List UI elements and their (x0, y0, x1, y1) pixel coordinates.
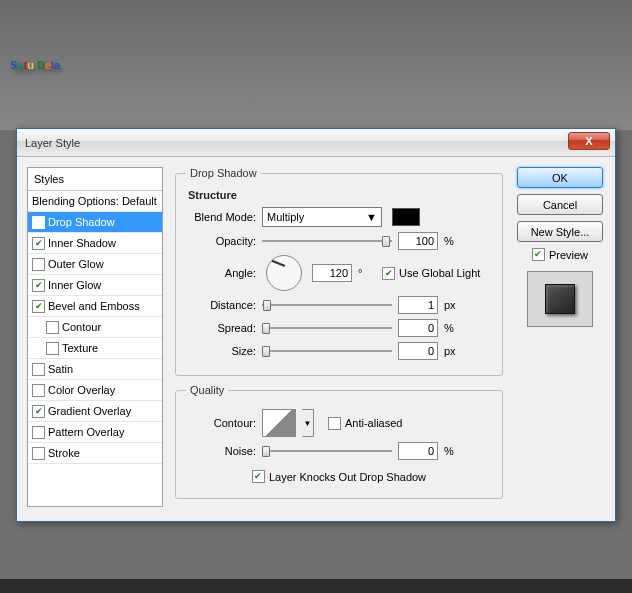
background-3d-text: Satu Dela (0, 0, 632, 130)
quality-heading: Quality (186, 384, 228, 396)
new-style-button[interactable]: New Style... (517, 221, 603, 242)
checkbox-icon[interactable] (32, 363, 45, 376)
anti-aliased-checkbox[interactable]: Anti-aliased (328, 417, 402, 430)
style-label: Bevel and Emboss (48, 300, 140, 312)
shadow-color-swatch[interactable] (392, 208, 420, 226)
style-label: Texture (62, 342, 98, 354)
style-row-bevel-and-emboss[interactable]: Bevel and Emboss (28, 296, 162, 317)
style-row-texture[interactable]: Texture (28, 338, 162, 359)
size-label: Size: (186, 345, 256, 357)
opacity-slider[interactable] (262, 232, 392, 250)
style-row-stroke[interactable]: Stroke (28, 443, 162, 464)
use-global-light-checkbox[interactable]: Use Global Light (382, 267, 480, 280)
checkbox-icon[interactable] (32, 405, 45, 418)
drop-shadow-group: Drop Shadow Structure Blend Mode: Multip… (175, 167, 503, 376)
noise-label: Noise: (186, 445, 256, 457)
contour-dropdown[interactable]: ▼ (302, 409, 314, 437)
styles-header[interactable]: Styles (28, 168, 162, 191)
chevron-down-icon: ▼ (366, 211, 377, 223)
blending-options-row[interactable]: Blending Options: Default (28, 191, 162, 212)
titlebar[interactable]: Layer Style X (17, 129, 615, 157)
ok-button[interactable]: OK (517, 167, 603, 188)
checkbox-icon[interactable] (32, 258, 45, 271)
checkbox-icon (252, 470, 265, 483)
checkbox-icon[interactable] (32, 237, 45, 250)
panel-title: Drop Shadow (186, 167, 261, 179)
style-row-contour[interactable]: Contour (28, 317, 162, 338)
angle-dial[interactable] (266, 255, 302, 291)
style-label: Drop Shadow (48, 216, 115, 228)
checkbox-icon (532, 248, 545, 261)
style-row-satin[interactable]: Satin (28, 359, 162, 380)
preview-swatch (527, 271, 593, 327)
structure-heading: Structure (188, 189, 492, 201)
checkbox-icon[interactable] (46, 342, 59, 355)
checkbox-icon[interactable] (32, 426, 45, 439)
close-button[interactable]: X (568, 132, 610, 150)
cancel-button[interactable]: Cancel (517, 194, 603, 215)
contour-swatch[interactable] (262, 409, 296, 437)
style-row-inner-glow[interactable]: Inner Glow (28, 275, 162, 296)
quality-group: Quality Contour: ▼ Anti-aliased Noise: %… (175, 384, 503, 499)
opacity-label: Opacity: (186, 235, 256, 247)
style-label: Pattern Overlay (48, 426, 124, 438)
checkbox-icon[interactable] (32, 216, 45, 229)
checkbox-icon[interactable] (32, 279, 45, 292)
blend-mode-dropdown[interactable]: Multiply ▼ (262, 207, 382, 227)
close-icon: X (585, 135, 592, 147)
style-label: Color Overlay (48, 384, 115, 396)
checkbox-icon[interactable] (32, 447, 45, 460)
checkbox-icon[interactable] (46, 321, 59, 334)
layer-knocks-out-checkbox[interactable]: Layer Knocks Out Drop Shadow (252, 470, 426, 483)
style-label: Stroke (48, 447, 80, 459)
style-label: Inner Glow (48, 279, 101, 291)
distance-label: Distance: (186, 299, 256, 311)
preview-checkbox[interactable]: Preview (532, 248, 588, 261)
spread-input[interactable] (398, 319, 438, 337)
style-row-drop-shadow[interactable]: Drop Shadow (28, 212, 162, 233)
layer-style-dialog: Layer Style X Styles Blending Options: D… (16, 128, 616, 522)
style-row-pattern-overlay[interactable]: Pattern Overlay (28, 422, 162, 443)
opacity-input[interactable] (398, 232, 438, 250)
style-row-inner-shadow[interactable]: Inner Shadow (28, 233, 162, 254)
contour-label: Contour: (186, 417, 256, 429)
checkbox-icon (382, 267, 395, 280)
style-row-gradient-overlay[interactable]: Gradient Overlay (28, 401, 162, 422)
style-label: Outer Glow (48, 258, 104, 270)
size-slider[interactable] (262, 342, 392, 360)
style-row-color-overlay[interactable]: Color Overlay (28, 380, 162, 401)
style-label: Gradient Overlay (48, 405, 131, 417)
style-label: Inner Shadow (48, 237, 116, 249)
checkbox-icon (328, 417, 341, 430)
style-label: Satin (48, 363, 73, 375)
spread-slider[interactable] (262, 319, 392, 337)
distance-input[interactable] (398, 296, 438, 314)
spread-label: Spread: (186, 322, 256, 334)
distance-slider[interactable] (262, 296, 392, 314)
chevron-down-icon: ▼ (304, 419, 312, 428)
size-input[interactable] (398, 342, 438, 360)
settings-panel: Drop Shadow Structure Blend Mode: Multip… (171, 167, 507, 507)
checkbox-icon[interactable] (32, 384, 45, 397)
checkbox-icon[interactable] (32, 300, 45, 313)
style-row-outer-glow[interactable]: Outer Glow (28, 254, 162, 275)
angle-input[interactable] (312, 264, 352, 282)
style-label: Contour (62, 321, 101, 333)
bottom-strip (0, 579, 632, 593)
right-buttons: OK Cancel New Style... Preview (515, 167, 605, 507)
angle-label: Angle: (186, 267, 256, 279)
noise-input[interactable] (398, 442, 438, 460)
dialog-title: Layer Style (25, 137, 80, 149)
noise-slider[interactable] (262, 442, 392, 460)
blend-mode-label: Blend Mode: (186, 211, 256, 223)
styles-panel: Styles Blending Options: Default Drop Sh… (27, 167, 163, 507)
